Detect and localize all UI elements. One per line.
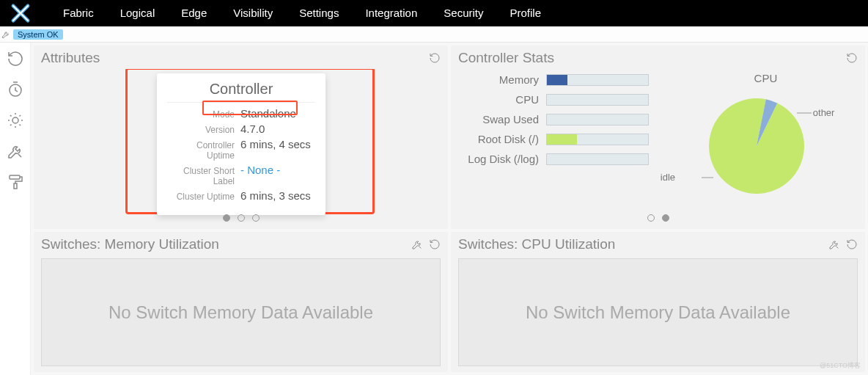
card-title: Controller	[167, 81, 315, 103]
attr-row: Cluster Uptime6 mins, 3 secs	[167, 189, 315, 202]
bar-fill	[547, 134, 577, 145]
refresh-icon[interactable]	[429, 239, 441, 250]
status-bar: System OK	[0, 26, 868, 43]
bar-track	[546, 134, 649, 145]
pager-dots	[34, 214, 448, 222]
empty-message: No Switch Memory Data Available	[108, 302, 373, 323]
bar-label: CPU	[451, 93, 546, 106]
bar-fill	[547, 75, 567, 85]
panel-title: Attributes	[41, 50, 100, 66]
switches-memory-panel: Switches: Memory Utilization No Switch M…	[34, 232, 448, 372]
refresh-icon[interactable]	[846, 52, 858, 64]
panel-title: Switches: CPU Utilization	[458, 236, 615, 252]
nav-security[interactable]: Security	[430, 0, 496, 26]
attr-label: Version	[167, 125, 240, 135]
panel-title: Switches: Memory Utilization	[41, 236, 219, 252]
mode-highlight	[202, 101, 298, 115]
pager-dot[interactable]	[252, 214, 260, 222]
sun-icon[interactable]	[5, 110, 26, 131]
refresh-icon[interactable]	[429, 52, 441, 64]
attr-value[interactable]: - None -	[240, 164, 280, 176]
empty-message: No Switch Memory Data Available	[526, 302, 790, 323]
nav-visibility[interactable]: Visibility	[220, 0, 286, 26]
switches-cpu-panel: Switches: CPU Utilization No Switch Memo…	[451, 232, 865, 372]
attr-value: 6 mins, 3 secs	[240, 189, 311, 202]
nav-fabric[interactable]: Fabric	[50, 0, 107, 26]
bar-label: Memory	[451, 73, 546, 86]
attr-value: 4.7.0	[240, 123, 265, 135]
bar-row: Swap Used	[451, 113, 663, 125]
pager-dot[interactable]	[238, 214, 245, 222]
panel-title: Controller Stats	[458, 50, 554, 66]
pie-title: CPU	[666, 72, 865, 84]
svg-rect-2	[10, 175, 20, 179]
status-badge[interactable]: System OK	[13, 29, 63, 40]
tools-icon[interactable]	[411, 239, 423, 250]
nav-edge[interactable]: Edge	[168, 0, 220, 26]
app-logo[interactable]	[9, 1, 32, 25]
sidebar	[0, 43, 31, 375]
pie-label-other: other	[813, 107, 835, 118]
attr-value: 6 mins, 4 secs	[240, 138, 311, 150]
nav-settings[interactable]: Settings	[286, 0, 352, 26]
attr-label: Controller Uptime	[167, 140, 240, 161]
stat-bars: MemoryCPUSwap UsedRoot Disk (/)Log Disk …	[451, 69, 666, 229]
attr-row: Cluster Short Label- None -	[167, 164, 315, 186]
refresh-icon[interactable]	[846, 239, 858, 250]
bar-track	[546, 114, 649, 125]
wrench-icon[interactable]	[1, 30, 10, 39]
nav-profile[interactable]: Profile	[496, 0, 554, 26]
pager-dots	[451, 214, 865, 222]
top-nav: Fabric Logical Edge Visibility Settings …	[0, 0, 868, 26]
attr-row: Version4.7.0	[167, 123, 315, 135]
tools-icon[interactable]	[5, 141, 26, 161]
attr-row: Controller Uptime6 mins, 4 secs	[167, 138, 315, 161]
pie-chart	[702, 91, 812, 201]
timer-icon[interactable]	[5, 79, 26, 100]
attr-label: Cluster Uptime	[167, 192, 240, 202]
bar-track	[546, 153, 649, 165]
bar-track	[546, 94, 649, 106]
bar-label: Swap Used	[451, 113, 546, 125]
attributes-panel: Attributes Controller ModeStandaloneVers…	[34, 45, 448, 229]
tools-icon[interactable]	[828, 239, 840, 250]
svg-rect-3	[14, 183, 17, 189]
pager-dot[interactable]	[223, 214, 230, 222]
nav-logical[interactable]: Logical	[107, 0, 169, 26]
pie-label-idle: idle	[661, 172, 675, 183]
bar-row: CPU	[451, 93, 663, 106]
controller-card: Controller ModeStandaloneVersion4.7.0Con…	[157, 73, 326, 215]
bar-label: Root Disk (/)	[451, 133, 546, 145]
paint-roller-icon[interactable]	[5, 172, 26, 192]
refresh-icon[interactable]	[5, 48, 26, 69]
bar-row: Root Disk (/)	[451, 133, 663, 145]
svg-point-1	[12, 117, 18, 123]
bar-label: Log Disk (/log)	[451, 153, 546, 165]
cpu-pie: CPU idle other	[666, 69, 865, 229]
controller-stats-panel: Controller Stats MemoryCPUSwap UsedRoot …	[451, 45, 865, 229]
watermark: @51CTO博客	[820, 361, 861, 371]
bar-row: Log Disk (/log)	[451, 153, 663, 165]
nav-integration[interactable]: Integration	[352, 0, 430, 26]
pager-dot[interactable]	[662, 214, 669, 222]
bar-row: Memory	[451, 73, 663, 86]
pager-dot[interactable]	[647, 214, 655, 222]
attr-label: Cluster Short Label	[167, 166, 240, 186]
bar-track	[546, 74, 649, 86]
